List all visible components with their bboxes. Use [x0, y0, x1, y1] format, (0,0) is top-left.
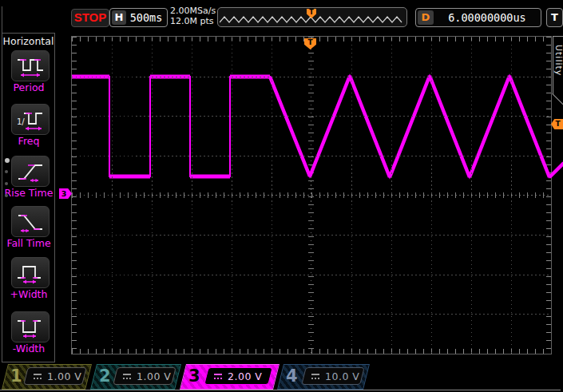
menu-page-dot — [5, 158, 10, 163]
channel1-number: 1 — [10, 365, 22, 387]
dc-coupling-icon — [34, 373, 43, 380]
neg-width-label: -Width — [0, 343, 60, 354]
trigger-delay-box[interactable]: D 6.00000000us — [415, 8, 541, 27]
neg-width-button[interactable] — [11, 311, 50, 343]
horizontal-label: H — [112, 10, 126, 25]
fall-time-icon — [14, 209, 46, 234]
menu-page-dot — [5, 182, 8, 185]
gridline-vertical — [272, 37, 272, 354]
channel1-scale-box: 1.00 V — [23, 367, 86, 385]
period-icon — [14, 53, 46, 78]
menu-item-freq[interactable]: 1/ Freq — [2, 104, 54, 153]
gridline-horizontal — [72, 156, 551, 156]
channel4-scale-box: 10.0 V — [301, 367, 364, 385]
horizontal-timebase-box[interactable]: H 500ms — [109, 8, 168, 27]
menu-item-neg-width[interactable]: -Width — [2, 311, 54, 361]
run-stop-status[interactable]: STOP — [71, 9, 109, 27]
rise-time-icon — [14, 159, 46, 184]
graticule: T — [71, 36, 552, 354]
rise-time-label: Rise Time — [0, 187, 60, 199]
pos-width-button[interactable] — [11, 257, 50, 288]
utility-tab-border-top — [553, 36, 563, 37]
trigger-status-box[interactable]: T — [546, 8, 563, 27]
dc-coupling-icon — [311, 373, 321, 380]
channel3-ground-marker[interactable]: 3 — [59, 188, 72, 199]
gridline-horizontal — [72, 314, 551, 315]
channel2-scale-box: 1.00 V — [113, 367, 176, 385]
rise-time-button[interactable] — [11, 156, 50, 187]
menu-item-pos-width[interactable]: +Width — [2, 257, 54, 307]
menu-item-rise-time[interactable]: Rise Time — [2, 156, 54, 205]
gridline-vertical — [192, 37, 192, 354]
channel2-number: 2 — [99, 365, 111, 387]
delay-value: 6.00000000us — [435, 10, 539, 25]
tab-utility[interactable]: Utility — [553, 45, 563, 76]
gridline-vertical — [152, 37, 153, 354]
waveform-preview-bar: T — [217, 7, 407, 27]
menu-item-period[interactable]: Period — [2, 50, 54, 100]
delay-label: D — [418, 10, 434, 25]
dc-coupling-icon — [123, 373, 133, 380]
fall-time-button[interactable] — [11, 206, 50, 237]
gridline-vertical — [112, 37, 113, 354]
screen-bottom-line — [0, 390, 561, 390]
svg-text:1/: 1/ — [17, 117, 25, 126]
freq-label: Freq — [0, 135, 60, 147]
gridline-horizontal — [72, 116, 551, 117]
channel1-scale: 1.00 V — [47, 370, 81, 382]
screen-bezel-line — [2, 6, 2, 33]
menu-item-fall-time[interactable]: Fall Time — [2, 206, 54, 255]
gridline-vertical — [471, 37, 472, 354]
dc-coupling-icon — [214, 373, 224, 380]
pos-width-label: +Width — [0, 288, 60, 300]
neg-width-icon — [14, 315, 46, 339]
gridline-vertical — [391, 37, 392, 354]
period-label: Period — [0, 81, 60, 93]
gridline-horizontal — [72, 235, 551, 236]
freq-button[interactable]: 1/ — [11, 104, 50, 135]
menu-page-dot — [5, 170, 8, 173]
channel2-scale: 1.00 V — [137, 370, 171, 382]
menu-title: Horizontal — [2, 35, 54, 47]
sample-rate: 2.00MSa/s — [170, 6, 216, 16]
channel2-status[interactable]: 2 1.00 V — [93, 364, 176, 388]
channel3-scale: 2.00 V — [228, 370, 262, 382]
memory-depth: 12.0M pts — [170, 16, 216, 26]
gridline-vertical — [511, 37, 512, 354]
gridline-horizontal — [72, 275, 551, 275]
channel1-status[interactable]: 1 1.00 V — [5, 364, 87, 388]
channel3-number: 3 — [188, 365, 200, 387]
period-button[interactable] — [11, 50, 50, 81]
gridline-vertical — [351, 37, 352, 354]
fall-time-label: Fall Time — [0, 237, 60, 249]
pos-width-icon — [14, 260, 46, 285]
timebase-value: 500ms — [127, 10, 165, 25]
menu-page-dot — [5, 194, 8, 197]
freq-icon: 1/ — [14, 107, 46, 132]
gridline-vertical — [431, 37, 432, 354]
acquisition-info: 2.00MSa/s 12.0M pts — [170, 6, 216, 26]
channel4-scale: 10.0 V — [325, 370, 359, 382]
horizontal-measure-menu: Horizontal Period 1/ Freq — [2, 33, 55, 362]
channel4-status[interactable]: 4 10.0 V — [280, 364, 365, 388]
channel4-number: 4 — [286, 365, 298, 387]
channel3-scale-box: 2.00 V — [204, 367, 272, 385]
gridline-horizontal — [72, 77, 551, 77]
channel3-status-active[interactable]: 3 2.00 V — [183, 364, 275, 388]
ch3-waveform — [72, 37, 563, 354]
gridline-vertical — [232, 37, 232, 354]
